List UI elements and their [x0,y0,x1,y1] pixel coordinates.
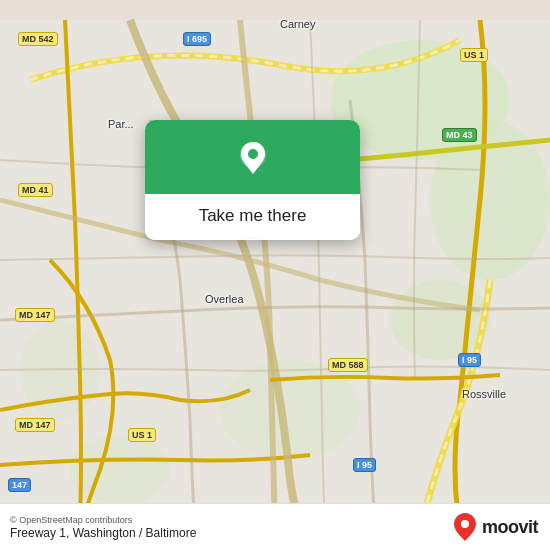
svg-point-5 [70,435,170,505]
label-i95-r: I 95 [458,353,481,367]
label-md41: MD 41 [18,183,53,197]
bottom-info: © OpenStreetMap contributors Freeway 1, … [10,515,196,540]
label-i95-bot: I 95 [353,458,376,472]
svg-point-8 [248,149,258,159]
label-147: 147 [8,478,31,492]
location-name: Freeway 1, Washington / Baltimore [10,526,196,540]
osm-credit: © OpenStreetMap contributors [10,515,196,525]
label-md43-r: MD 43 [442,128,477,142]
bottom-bar: © OpenStreetMap contributors Freeway 1, … [0,503,550,550]
label-md542: MD 542 [18,32,58,46]
popup-pin-icon [233,138,273,178]
popup-tail [243,239,263,240]
svg-point-9 [461,520,469,528]
moovit-logo: moovit [452,512,538,542]
map-container: Carney Par... Overlea Rossville MD 542 I… [0,0,550,550]
label-md147-top: MD 147 [15,308,55,322]
label-i695: I 695 [183,32,211,46]
place-overlea: Overlea [205,293,244,305]
label-us1-top: US 1 [460,48,488,62]
place-parkville: Par... [108,118,134,130]
map-svg [0,0,550,550]
moovit-pin-icon [452,512,478,542]
label-us1-bot: US 1 [128,428,156,442]
label-md147-bot: MD 147 [15,418,55,432]
popup-label[interactable]: Take me there [145,194,360,240]
place-rossville: Rossville [462,388,506,400]
label-md588: MD 588 [328,358,368,372]
location-popup[interactable]: Take me there [145,120,360,240]
moovit-text: moovit [482,517,538,538]
popup-header [145,120,360,194]
place-carney: Carney [280,18,315,30]
